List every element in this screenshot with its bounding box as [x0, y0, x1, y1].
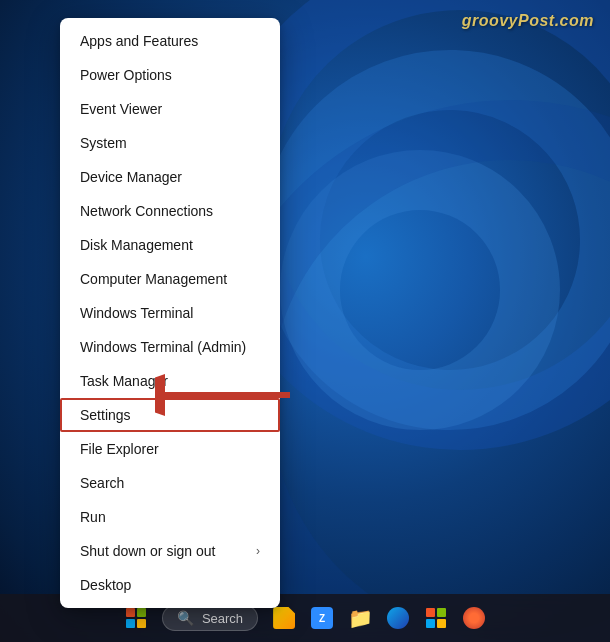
- menu-item-computer-management[interactable]: Computer Management: [60, 262, 280, 296]
- menu-item-shut-down-sign-out[interactable]: Shut down or sign out›: [60, 534, 280, 568]
- store-taskbar-button[interactable]: [420, 602, 452, 634]
- menu-item-label-computer-management: Computer Management: [80, 271, 227, 287]
- menu-item-system[interactable]: System: [60, 126, 280, 160]
- edge-taskbar-button[interactable]: [382, 602, 414, 634]
- menu-item-search[interactable]: Search: [60, 466, 280, 500]
- menu-item-windows-terminal[interactable]: Windows Terminal: [60, 296, 280, 330]
- menu-item-label-windows-terminal-admin: Windows Terminal (Admin): [80, 339, 246, 355]
- menu-item-label-power-options: Power Options: [80, 67, 172, 83]
- menu-item-label-run: Run: [80, 509, 106, 525]
- menu-item-label-shut-down-sign-out: Shut down or sign out: [80, 543, 215, 559]
- menu-item-label-disk-management: Disk Management: [80, 237, 193, 253]
- submenu-arrow-icon-shut-down-sign-out: ›: [256, 544, 260, 558]
- windows-logo-icon: [126, 608, 146, 628]
- zoom-taskbar-button[interactable]: Z: [306, 602, 338, 634]
- menu-item-label-search: Search: [80, 475, 124, 491]
- context-menu: Apps and FeaturesPower OptionsEvent View…: [60, 18, 280, 608]
- menu-item-label-settings: Settings: [80, 407, 131, 423]
- menu-item-power-options[interactable]: Power Options: [60, 58, 280, 92]
- firefox-icon: [463, 607, 485, 629]
- watermark: groovyPost.com: [462, 12, 594, 30]
- menu-item-label-file-explorer: File Explorer: [80, 441, 159, 457]
- menu-item-windows-terminal-admin[interactable]: Windows Terminal (Admin): [60, 330, 280, 364]
- menu-item-desktop[interactable]: Desktop: [60, 568, 280, 602]
- menu-item-file-explorer[interactable]: File Explorer: [60, 432, 280, 466]
- folder-icon: 📁: [348, 606, 373, 630]
- red-arrow-indicator: [155, 370, 295, 420]
- folder-taskbar-button[interactable]: 📁: [344, 602, 376, 634]
- menu-item-apps-features[interactable]: Apps and Features: [60, 24, 280, 58]
- search-icon: 🔍: [177, 610, 194, 626]
- search-label: Search: [202, 611, 243, 626]
- firefox-taskbar-button[interactable]: [458, 602, 490, 634]
- menu-item-label-network-connections: Network Connections: [80, 203, 213, 219]
- store-icon: [426, 608, 446, 628]
- menu-item-event-viewer[interactable]: Event Viewer: [60, 92, 280, 126]
- menu-item-label-device-manager: Device Manager: [80, 169, 182, 185]
- menu-item-label-windows-terminal: Windows Terminal: [80, 305, 193, 321]
- zoom-icon: Z: [311, 607, 333, 629]
- taskbar-search-bar[interactable]: 🔍 Search: [162, 605, 258, 631]
- menu-item-label-system: System: [80, 135, 127, 151]
- menu-item-label-desktop: Desktop: [80, 577, 131, 593]
- menu-item-label-apps-features: Apps and Features: [80, 33, 198, 49]
- menu-item-network-connections[interactable]: Network Connections: [60, 194, 280, 228]
- edge-icon: [387, 607, 409, 629]
- menu-item-device-manager[interactable]: Device Manager: [60, 160, 280, 194]
- menu-item-label-event-viewer: Event Viewer: [80, 101, 162, 117]
- menu-item-run[interactable]: Run: [60, 500, 280, 534]
- file-explorer-icon: [273, 607, 295, 629]
- menu-item-disk-management[interactable]: Disk Management: [60, 228, 280, 262]
